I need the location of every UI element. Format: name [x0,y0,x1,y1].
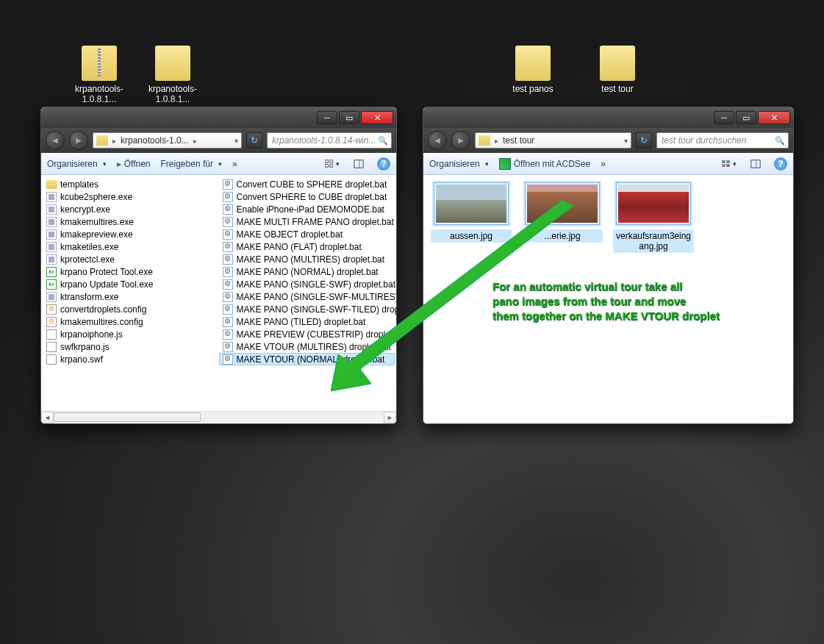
image-thumbnail[interactable]: verkaufsraum3eingang.jpg [613,182,694,253]
file-name: krpano Protect Tool.exe [60,267,153,277]
file-name: MAKE PANO (FLAT) droplet.bat [237,242,362,252]
search-input[interactable]: krpanotools-1.0.8.14-win... [267,132,392,149]
kr-icon: kr [46,279,57,290]
refresh-button[interactable]: ↻ [246,132,262,149]
chevron-down-icon[interactable]: ▾ [624,137,628,145]
file-item[interactable]: kencrypt.exe [43,203,219,215]
maximize-button[interactable]: ▭ [736,111,756,124]
svg-rect-8 [723,164,726,166]
annotation-text: For an automatic virtual tour take all p… [492,279,720,323]
horizontal-scrollbar[interactable]: ◄ ► [41,411,396,423]
open-button[interactable]: ▸Öffnen [117,159,151,169]
file-item[interactable]: krpanoiphone.js [43,328,219,340]
forward-button[interactable]: ► [69,131,88,150]
file-item[interactable]: kmakemultires.config [43,315,219,328]
organize-menu[interactable]: Organisieren [47,159,107,169]
file-name: MAKE PANO (NORMAL) droplet.bat [237,267,379,277]
desktop-icon-label: test panos [504,84,562,94]
acdsee-icon [499,158,511,170]
kr-icon: kr [46,266,57,278]
file-item[interactable]: ktransform.exe [43,290,219,303]
open-with-button[interactable]: Öffnen mit ACDSee [499,158,591,170]
titlebar[interactable]: ─ ▭ ✕ [423,107,793,128]
file-item[interactable]: krkrpano Protect Tool.exe [43,265,219,278]
bat-icon [222,254,234,265]
chevron-down-icon[interactable]: ▾ [234,137,238,145]
scroll-thumb[interactable] [54,412,201,422]
file-item[interactable]: kmaketiles.exe [43,240,219,253]
share-menu[interactable]: Freigeben für [161,159,222,169]
file-list: templateskcube2sphere.exekencrypt.exekma… [41,175,396,411]
file-item[interactable]: Enable iPhone-iPad DEMOMODE.bat [219,203,395,215]
organize-menu[interactable]: Organisieren [429,159,489,169]
desktop-icon-zip[interactable]: krpanotools-1.0.8.1... [70,46,129,104]
preview-pane-button[interactable] [351,157,367,171]
search-input[interactable]: test tour durchsuchen [656,132,789,149]
help-button[interactable]: ? [774,157,787,171]
view-icon [325,159,334,169]
file-item[interactable]: kmakemultires.exe [43,215,219,228]
scroll-track[interactable] [54,412,384,423]
file-item[interactable]: MAKE PANO (SINGLE-SWF) droplet.bat [219,278,395,290]
file-name: MAKE MULTI FRAME PANO droplet.bat [237,217,394,227]
overflow-icon[interactable]: » [232,159,237,169]
view-options-button[interactable] [721,157,737,171]
file-item[interactable]: krpano.swf [43,353,219,365]
titlebar[interactable]: ─ ▭ ✕ [41,107,396,128]
exe-icon [46,254,57,265]
forward-button[interactable]: ► [451,131,470,150]
file-item[interactable]: kcube2sphere.exe [43,190,219,203]
file-item[interactable]: MAKE MULTI FRAME PANO droplet.bat [219,215,395,228]
svg-rect-9 [727,164,730,166]
view-icon [722,159,731,169]
file-item[interactable]: swfkrpano.js [43,340,219,353]
file-item[interactable]: MAKE PANO (NORMAL) droplet.bat [219,265,395,278]
file-item[interactable]: MAKE VTOUR (MULTIRES) droplet.bat [219,340,395,353]
exe-icon [46,191,57,203]
address-bar[interactable]: ▸ test tour ▾ [475,132,631,149]
file-item[interactable]: MAKE PANO (SINGLE-SWF-MULTIRES) droplet.… [219,290,395,303]
view-options-button[interactable] [324,157,340,171]
address-bar[interactable]: ▸ krpanotools-1.0... ▸ ▾ [93,132,242,149]
file-item[interactable]: MAKE PANO (SINGLE-SWF-TILED) droplet.bat [219,303,395,315]
minimize-button[interactable]: ─ [714,111,734,124]
scroll-right-button[interactable]: ► [384,412,396,423]
thumbnail-caption: ...erie.jpg [522,229,603,243]
exe-icon [46,241,57,253]
desktop-icon-folder[interactable]: test tour [588,46,647,94]
file-item[interactable]: MAKE PANO (TILED) droplet.bat [219,315,395,328]
folder-icon [96,135,108,146]
file-name: MAKE PANO (TILED) droplet.bat [237,317,366,327]
file-item[interactable]: kprotectcl.exe [43,253,219,265]
file-item[interactable]: krkrpano Update Tool.exe [43,278,219,290]
close-button[interactable]: ✕ [758,111,790,124]
file-item[interactable]: Convert SPHERE to CUBE droplet.bat [219,190,395,203]
exe-icon [46,291,57,303]
help-button[interactable]: ? [377,157,390,171]
file-item[interactable]: MAKE PREVIEW (CUBESTRIP) droplet.bat [219,328,395,340]
overflow-icon[interactable]: » [601,159,606,169]
desktop-icon-folder[interactable]: test panos [504,46,562,94]
close-button[interactable]: ✕ [361,111,393,124]
refresh-button[interactable]: ↻ [636,132,652,149]
breadcrumb[interactable]: krpanotools-1.0... [121,135,189,146]
image-thumbnail[interactable]: ...erie.jpg [522,182,603,243]
maximize-button[interactable]: ▭ [339,111,359,124]
image-thumbnail[interactable]: aussen.jpg [431,182,512,243]
file-item[interactable]: MAKE OBJECT droplet.bat [219,228,395,240]
back-button[interactable]: ◄ [46,131,65,150]
breadcrumb[interactable]: test tour [503,135,534,146]
file-item[interactable]: MAKE PANO (MULTIRES) droplet.bat [219,253,395,265]
file-item[interactable]: Convert CUBE to SPHERE droplet.bat [219,178,395,190]
file-item[interactable]: templates [43,178,219,190]
file-item[interactable]: kmakepreview.exe [43,228,219,240]
file-item[interactable]: MAKE PANO (FLAT) droplet.bat [219,240,395,253]
minimize-button[interactable]: ─ [317,111,337,124]
file-item[interactable]: MAKE VTOUR (NORMAL) droplet.bat [219,353,395,365]
scroll-left-button[interactable]: ◄ [41,412,54,423]
file-item[interactable]: convertdroplets.config [43,303,219,315]
thumbnail-caption: verkaufsraum3eingang.jpg [613,229,694,253]
back-button[interactable]: ◄ [428,131,447,150]
desktop-icon-folder[interactable]: krpanotools-1.0.8.1... [143,46,202,104]
preview-pane-button[interactable] [748,157,764,171]
